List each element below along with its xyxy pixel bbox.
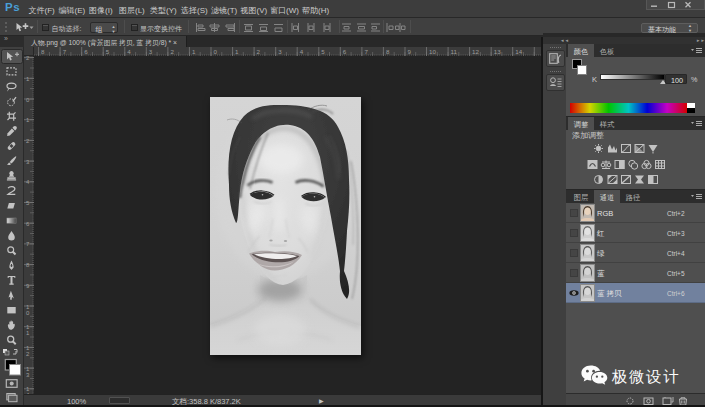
- svg-text:7: 7: [26, 241, 30, 247]
- svg-text:7: 7: [63, 48, 67, 55]
- svg-text:3: 3: [278, 48, 282, 55]
- svg-text:1: 1: [235, 48, 239, 55]
- svg-text:4: 4: [26, 179, 30, 185]
- svg-text:4: 4: [127, 48, 131, 55]
- svg-text:12: 12: [472, 48, 479, 55]
- svg-text:8: 8: [26, 262, 30, 268]
- svg-text:3: 3: [149, 48, 153, 55]
- svg-text:0: 0: [26, 97, 30, 103]
- svg-text:6: 6: [343, 48, 347, 55]
- svg-text:9: 9: [408, 48, 412, 55]
- svg-text:2: 2: [26, 351, 30, 357]
- svg-text:3: 3: [26, 159, 30, 165]
- svg-text:0: 0: [214, 48, 218, 55]
- svg-text:14: 14: [515, 48, 522, 55]
- svg-text:1: 1: [192, 48, 196, 55]
- svg-text:6: 6: [26, 221, 30, 227]
- svg-text:11: 11: [451, 48, 458, 55]
- svg-text:3: 3: [26, 372, 30, 378]
- svg-text:5: 5: [26, 200, 30, 206]
- svg-text:0: 0: [26, 310, 30, 316]
- svg-text:4: 4: [300, 48, 304, 55]
- svg-text:5: 5: [106, 48, 110, 55]
- svg-text:2: 2: [26, 56, 30, 61]
- svg-text:1: 1: [26, 117, 30, 123]
- svg-text:10: 10: [429, 48, 436, 55]
- svg-text:1: 1: [26, 76, 30, 82]
- svg-text:13: 13: [494, 48, 501, 55]
- svg-text:2: 2: [170, 48, 174, 55]
- svg-text:6: 6: [84, 48, 88, 55]
- svg-text:9: 9: [26, 283, 30, 289]
- svg-text:1: 1: [26, 330, 30, 336]
- svg-text:7: 7: [364, 48, 368, 55]
- svg-text:8: 8: [41, 48, 45, 55]
- svg-text:5: 5: [321, 48, 325, 55]
- svg-text:8: 8: [386, 48, 390, 55]
- svg-text:2: 2: [257, 48, 261, 55]
- svg-text:2: 2: [26, 138, 30, 144]
